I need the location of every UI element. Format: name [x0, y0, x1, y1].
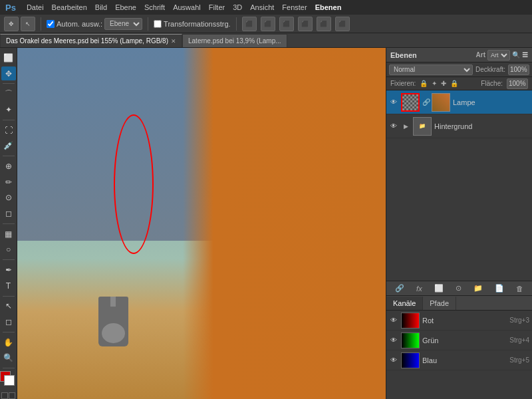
channel-rot-shortcut: Strg+3 [509, 317, 529, 324]
menu-fenster[interactable]: Fenster [282, 3, 307, 11]
select-icon[interactable]: ↖ [21, 17, 35, 31]
layer-hintergrund-expand[interactable]: ▶ [401, 122, 410, 131]
menu-ansicht[interactable]: Ansicht [250, 3, 274, 11]
channel-blau[interactable]: 👁 Blau Strg+5 [386, 350, 532, 370]
fix-icon-move[interactable]: ✦ [432, 80, 437, 87]
dodge-tool[interactable]: ○ [1, 243, 16, 257]
path-select-tool[interactable]: ↖ [1, 299, 16, 314]
tool-sep-8 [3, 368, 15, 368]
delete-layer-btn[interactable]: 🗑 [516, 285, 523, 293]
new-group-btn[interactable]: 📁 [473, 284, 483, 293]
auto-select-checkbox[interactable] [47, 20, 55, 28]
channel-gruen[interactable]: 👁 Grün Strg+4 [386, 331, 532, 350]
color-swatch[interactable] [0, 371, 17, 388]
background-color[interactable] [4, 375, 15, 386]
align-center-icon[interactable]: ⬛ [261, 17, 275, 31]
menu-ebene[interactable]: Ebene [115, 3, 136, 11]
menu-auswahl[interactable]: Auswahl [173, 3, 201, 11]
layer-hintergrund-eye[interactable]: 👁 [389, 122, 398, 131]
zoom-tool[interactable]: 🔍 [1, 351, 16, 366]
align-mid-icon[interactable]: ⬛ [317, 17, 331, 31]
menu-filter[interactable]: Filter [209, 3, 225, 11]
align-top-icon[interactable]: ⬛ [298, 17, 313, 31]
channel-gruen-thumb [401, 332, 420, 348]
menu-bild[interactable]: Bild [95, 3, 107, 11]
tool-sep-1 [3, 83, 15, 84]
layer-lampe-link[interactable]: 🔗 [422, 98, 429, 106]
layer-lampe[interactable]: 👁 🔗 Lampe Zeigt die Verbindung von Ebene… [386, 90, 532, 114]
eyedropper-tool[interactable]: 💉 [1, 138, 16, 153]
text-tool[interactable]: T [1, 279, 16, 293]
shape-tool[interactable]: ◻ [1, 315, 16, 329]
filter-icon[interactable]: 🔍 [512, 51, 520, 59]
channel-gruen-eye[interactable]: 👁 [389, 336, 398, 345]
tab-orakel-close[interactable]: ✕ [171, 38, 176, 45]
blend-mode-select[interactable]: Normal [389, 65, 473, 75]
tool-sep-6 [3, 296, 15, 297]
gradient-tool[interactable]: ▦ [1, 227, 16, 241]
layer-hintergrund-name: Hintergrund [434, 122, 529, 130]
layer-lampe-thumb [432, 93, 450, 112]
fill-label: Fläche: [481, 80, 503, 87]
menu-3d[interactable]: 3D [233, 3, 242, 11]
add-mask-btn[interactable]: ⬜ [434, 284, 444, 293]
toolbar-sep-1 [41, 17, 41, 31]
panel-options-icon[interactable]: ☰ [522, 51, 528, 59]
auto-select-group: Autom. ausw.: Ebene [47, 18, 142, 30]
fill-input[interactable] [507, 78, 528, 89]
eraser-tool[interactable]: ◻ [1, 206, 16, 221]
fix-icon-lock[interactable]: 🔒 [420, 80, 428, 87]
pen-tool[interactable]: ✒ [1, 263, 16, 277]
menu-datei[interactable]: Datei [27, 3, 44, 11]
lasso-tool[interactable]: ⌒ [1, 86, 16, 101]
layer-select-dropdown[interactable]: Ebene [104, 18, 142, 30]
magic-wand-tool[interactable]: ✦ [1, 102, 16, 117]
channel-rot-eye[interactable]: 👁 [389, 316, 398, 325]
adjustment-btn[interactable]: ⊙ [456, 284, 462, 293]
link-layers-btn[interactable]: 🔗 [395, 284, 404, 293]
channel-rot-thumb [401, 313, 420, 329]
lantern-body [98, 297, 128, 346]
menu-schrift[interactable]: Schrift [144, 3, 165, 11]
menu-ebenen[interactable]: Ebenen [315, 3, 342, 11]
screen-mode-icon[interactable] [9, 392, 15, 399]
opacity-input[interactable] [508, 65, 529, 75]
fix-icon-artboard[interactable]: 🔒 [450, 80, 458, 87]
transform-group: Transformationsstrg. [154, 20, 230, 28]
clone-tool[interactable]: ⊙ [1, 190, 16, 205]
opacity-label: Deckkraft: [475, 66, 505, 73]
crop-tool[interactable]: ⛶ [1, 123, 16, 138]
tab-pfade[interactable]: Pfade [423, 297, 456, 310]
layers-panel-header: Ebenen Art Art 🔍 ☰ [386, 48, 532, 63]
filter-kind-select[interactable]: Art [487, 50, 510, 61]
tab-orakel[interactable]: Das Orakel des Meeres.psd bei 155% (Lamp… [0, 34, 182, 47]
align-right-icon[interactable]: ⬛ [279, 17, 294, 31]
quick-mask-icon[interactable] [1, 392, 8, 399]
tab-kanaele[interactable]: Kanäle [386, 297, 423, 310]
move-tool-options: ✥ ↖ [4, 17, 35, 31]
fix-label: Fixieren: [390, 80, 416, 87]
fix-icon-transform[interactable]: ✚ [441, 80, 446, 87]
canvas-area [17, 48, 386, 399]
fx-btn[interactable]: fx [416, 285, 422, 293]
channel-blau-eye[interactable]: 👁 [389, 356, 398, 365]
right-panels: Ebenen Art Art 🔍 ☰ Normal Deckkraft: [386, 48, 532, 399]
brush-tool[interactable]: ✏ [1, 175, 16, 190]
hand-tool[interactable]: ✋ [1, 335, 16, 350]
new-layer-btn[interactable]: 📄 [495, 284, 504, 293]
channels-list: 👁 Rot Strg+3 👁 Grün Strg+4 👁 Blau [386, 311, 532, 399]
align-bottom-icon[interactable]: ⬛ [335, 17, 350, 31]
layer-hintergrund[interactable]: 👁 ▶ 📁 Hintergrund [386, 114, 532, 138]
channel-rot[interactable]: 👁 Rot Strg+3 [386, 311, 532, 331]
heal-tool[interactable]: ⊕ [1, 159, 16, 174]
tab-laterne[interactable]: Laterne.psd bei 13,9% (Lamp... [182, 34, 287, 47]
move-icon[interactable]: ✥ [4, 17, 19, 31]
tab-laterne-label: Laterne.psd bei 13,9% (Lamp... [188, 37, 281, 45]
transform-checkbox[interactable] [154, 20, 162, 28]
align-left-icon[interactable]: ⬛ [242, 17, 257, 31]
menu-bearbeiten[interactable]: Bearbeiten [52, 3, 87, 11]
move-tool[interactable]: ✥ [1, 66, 16, 81]
layer-lampe-eye[interactable]: 👁 [389, 98, 398, 107]
marquee-tool[interactable]: ⬜ [1, 51, 16, 65]
tabs-bar: Das Orakel des Meeres.psd bei 155% (Lamp… [0, 33, 532, 48]
